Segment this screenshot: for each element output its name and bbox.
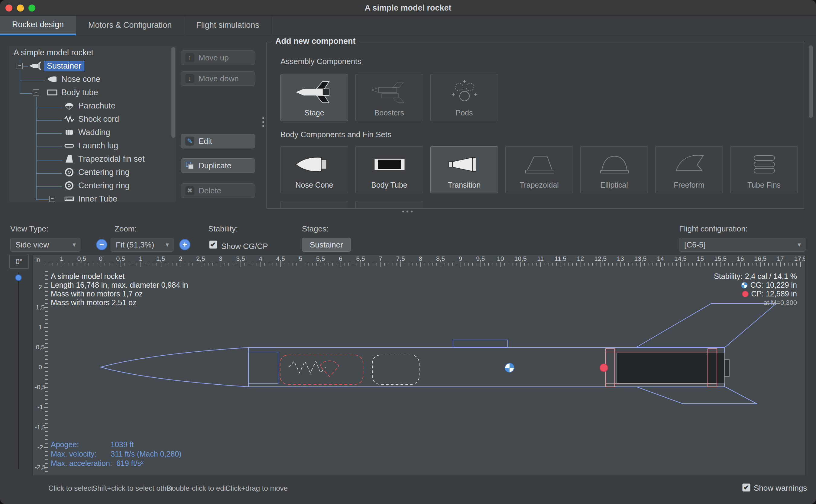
ruler-tick <box>305 263 305 266</box>
tree-item-centering-ring-1[interactable]: Centering ring <box>9 166 176 179</box>
body-tube-icon <box>368 151 411 178</box>
tree-item-trapezoidal-fin-set[interactable]: Trapezoidal fin set <box>9 152 176 166</box>
view-type-dropdown[interactable]: Side view ▾ <box>10 238 80 252</box>
ruler-tick <box>45 403 48 404</box>
rocket-view-canvas[interactable]: -1-0,500,511,522,533,544,555,566,577,588… <box>33 255 805 476</box>
component-button-partial[interactable] <box>355 201 423 208</box>
ruler-tick <box>384 263 385 266</box>
tab-flight-simulations[interactable]: Flight simulations <box>184 16 272 35</box>
tree-root[interactable]: A simple model rocket <box>9 46 176 59</box>
ruler-tick <box>652 263 653 266</box>
zoom-dropdown[interactable]: Fit (51,3%) ▾ <box>111 238 173 252</box>
ruler-tick <box>161 262 161 267</box>
acceleration-label: Max. acceleration: <box>51 459 112 468</box>
ruler-tick <box>488 263 489 266</box>
ruler-tick <box>549 263 549 266</box>
stage-icon <box>293 79 336 106</box>
ruler-tick <box>552 263 553 266</box>
ruler-label: 11,5 <box>555 255 566 262</box>
tree-item-centering-ring-2[interactable]: Centering ring <box>9 179 176 192</box>
ruler-tick <box>137 263 137 266</box>
ruler-tick <box>45 299 48 300</box>
move-down-button[interactable]: ↓ Move down <box>181 71 255 86</box>
show-cgcp-checkbox[interactable]: ✔ <box>209 241 217 249</box>
zoom-label: Zoom: <box>115 224 137 234</box>
ruler-tick <box>321 262 321 267</box>
tree-item-launch-lug[interactable]: Launch lug <box>9 139 176 152</box>
ruler-tick <box>708 263 709 266</box>
ruler-tick <box>484 263 485 266</box>
ruler-tick <box>500 262 501 267</box>
component-button-stage[interactable]: Stage <box>280 74 348 121</box>
component-button-trapezoidal[interactable]: Trapezoidal <box>505 146 573 193</box>
collapse-handle-icon[interactable]: − <box>49 196 55 202</box>
ruler-tick <box>429 263 429 266</box>
transition-icon <box>443 151 486 178</box>
ruler-tick <box>45 355 48 356</box>
ruler-tick <box>608 263 609 266</box>
show-warnings-checkbox[interactable]: ✔ <box>742 483 750 492</box>
tree-item-wadding[interactable]: Wadding <box>9 126 176 139</box>
component-button-boosters[interactable]: Boosters <box>355 74 423 121</box>
flight-configuration-dropdown[interactable]: [C6-5] ▾ <box>679 238 805 252</box>
ruler-tick <box>45 271 48 272</box>
component-button-transition[interactable]: Transition <box>430 146 498 193</box>
tree-item-shock-cord[interactable]: Shock cord <box>9 112 176 126</box>
duplicate-button[interactable]: Duplicate <box>181 158 255 173</box>
ruler-tick <box>529 263 529 266</box>
collapse-handle-icon[interactable]: − <box>17 63 23 69</box>
component-button-body-tube[interactable]: Body Tube <box>355 146 423 193</box>
rotation-slider-track[interactable] <box>18 273 19 469</box>
ruler-tick <box>420 262 421 267</box>
ruler-tick <box>377 263 377 266</box>
mach-note: at M=0,300 <box>763 298 797 307</box>
move-up-button[interactable]: ↑ Move up <box>181 50 255 65</box>
zoom-out-button[interactable]: − <box>96 239 107 250</box>
parachute-outline[interactable] <box>280 355 363 384</box>
shock-cord-and-wadding[interactable] <box>289 355 419 384</box>
delete-icon: ✖ <box>185 186 194 195</box>
component-button-freeform[interactable]: Freeform <box>655 146 723 193</box>
component-button-tube-fins[interactable]: Tube Fins <box>730 146 798 193</box>
tree-scrollbar[interactable] <box>171 47 175 138</box>
collapse-handle-icon[interactable]: − <box>33 89 39 95</box>
tree-item-parachute[interactable]: Parachute <box>9 99 176 112</box>
splitter-handle-vertical[interactable] <box>262 117 264 127</box>
component-button-label: Transition <box>431 181 498 189</box>
tab-motors-configuration[interactable]: Motors & Configuration <box>76 16 184 35</box>
ruler-tick <box>45 303 48 304</box>
ruler-tick <box>45 391 48 392</box>
edit-button[interactable]: ✎ Edit <box>181 134 255 148</box>
ruler-tick <box>692 263 693 266</box>
ruler-tick <box>241 262 241 267</box>
component-button-partial[interactable] <box>280 201 348 208</box>
tree-item-inner-tube[interactable]: − Inner Tube <box>9 192 176 202</box>
rotation-slider-handle[interactable] <box>15 274 22 281</box>
hint-click-drag: Click+drag to move <box>225 484 288 493</box>
ruler-label: 8 <box>419 255 423 262</box>
tab-rocket-design[interactable]: Rocket design <box>0 16 76 35</box>
ruler-tick <box>796 263 797 266</box>
ruler-tick <box>380 262 381 267</box>
duplicate-label: Duplicate <box>199 161 231 170</box>
component-button-label: Pods <box>431 108 498 117</box>
motor-block[interactable] <box>617 353 729 383</box>
ruler-label: 0 <box>99 255 102 262</box>
elliptical-fin-icon <box>593 151 636 178</box>
ruler-tick <box>329 263 329 266</box>
tree-item-sustainer[interactable]: − Sustainer <box>9 59 176 73</box>
delete-button[interactable]: ✖ Delete <box>181 183 255 198</box>
tree-item-label: Body tube <box>61 88 98 97</box>
component-button-nose-cone[interactable]: Nose Cone <box>280 146 348 193</box>
splitter-handle-horizontal[interactable] <box>402 211 413 212</box>
ruler-tick <box>117 263 117 266</box>
ruler-tick <box>405 263 405 266</box>
panel-scrollbar[interactable] <box>809 45 813 118</box>
component-button-elliptical[interactable]: Elliptical <box>580 146 648 193</box>
stage-toggle-sustainer[interactable]: Sustainer <box>302 238 351 252</box>
tree-item-nose-cone[interactable]: Nose cone <box>9 73 176 86</box>
component-button-pods[interactable]: Pods <box>430 74 498 121</box>
tree-item-body-tube[interactable]: − Body tube <box>9 86 176 99</box>
freeform-fin-icon <box>668 151 711 178</box>
zoom-in-button[interactable]: + <box>179 239 190 250</box>
